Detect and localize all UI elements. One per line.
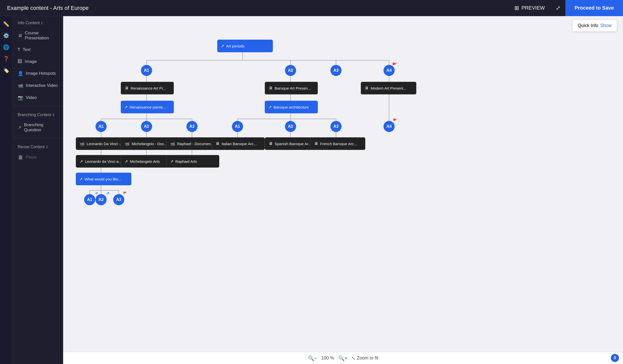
interactive-video-label: Interactive Video bbox=[26, 83, 58, 88]
circle-row3-a2[interactable]: A2 ↺ bbox=[95, 194, 107, 205]
circle-a4-row1[interactable]: A4 🚩 bbox=[384, 65, 395, 76]
circle-row3-a1[interactable]: A1 ↺ bbox=[84, 194, 95, 205]
branching-help-icon: ℹ bbox=[53, 113, 54, 117]
reuse-section: Reuse Content ℹ bbox=[13, 140, 63, 151]
expand-icon: ⤢ bbox=[556, 5, 560, 11]
modern-art-pres-node[interactable]: ↺ 🖥 Modern Art Present... bbox=[361, 82, 416, 94]
sidebar-item-paste: 📋 Paste bbox=[13, 151, 63, 163]
sidebar-divider-2 bbox=[13, 138, 63, 138]
zoom-fit-button[interactable]: ⤡ Zoom to fit bbox=[351, 355, 378, 361]
sidebar-divider-1 bbox=[13, 106, 63, 106]
baroque-art-pres-label: Baroque Art Presen... bbox=[275, 86, 311, 90]
sidebar-item-branching-question[interactable]: ↗ Branching Question bbox=[13, 119, 63, 136]
r3a1-refresh-icon: ↺ bbox=[95, 192, 98, 195]
ren-art-icon: 🖥 bbox=[125, 86, 129, 90]
leo-arts-icon: ↗ bbox=[80, 159, 83, 164]
spanish-arc-node[interactable]: ↺ 🖥 Spanish Baroque Ar... bbox=[265, 137, 318, 150]
sidebar-item-text[interactable]: T Text bbox=[13, 44, 63, 56]
sidebar: Info Content ℹ 🖥 Course Presentation T T… bbox=[13, 16, 63, 364]
what-would-node[interactable]: ↗ What would you like... bbox=[76, 173, 131, 185]
settings-icon[interactable]: ⚙️ bbox=[2, 31, 11, 40]
circle-row3-a3[interactable]: A3 🚩 bbox=[113, 194, 124, 205]
renaissance-art-pres-label: Renaissance Art Pr... bbox=[131, 86, 166, 90]
sidebar-item-image[interactable]: 🖼 Image bbox=[13, 56, 63, 67]
baroque-art-icon: 🖥 bbox=[269, 86, 273, 90]
info-content-section: Info Content ℹ bbox=[13, 16, 63, 27]
sidebar-item-video[interactable]: 📷 Video bbox=[13, 92, 63, 104]
leo-arts-label: Leonardo da Vinci a... bbox=[85, 159, 122, 164]
french-arc-node[interactable]: ↺ 🖥 French Baroque Arc... bbox=[310, 137, 365, 150]
circle-b2[interactable]: A2 bbox=[285, 121, 296, 132]
sidebar-item-interactive-video[interactable]: 📹 Interactive Video bbox=[13, 80, 63, 92]
help-icon[interactable]: ❓ bbox=[2, 54, 11, 64]
mich-arts-label: Michelangelo Arts bbox=[130, 159, 160, 164]
baroque-art-pres-node[interactable]: 🖥 Baroque Art Presen... bbox=[265, 82, 318, 94]
quick-info-show-button[interactable]: Show bbox=[600, 23, 612, 28]
renaissance-art-pres-node[interactable]: 🖥 Renaissance Art Pr... bbox=[121, 82, 174, 94]
italian-arc-node[interactable]: ↺ 🖥 Italian Baroque Arc... bbox=[212, 137, 265, 150]
proceed-to-save-button[interactable]: Proceed to Save bbox=[565, 0, 623, 16]
raph-arts-label: Raphael Arts bbox=[175, 159, 197, 164]
text-icon: T bbox=[18, 47, 20, 52]
art-periods-label: Art periods bbox=[226, 44, 245, 48]
iconbar: ✏️ ⚙️ 🌐 ❓ 🏷️ bbox=[0, 16, 13, 364]
image-icon: 🖼 bbox=[18, 59, 22, 64]
circle-b3[interactable]: A3 bbox=[330, 121, 342, 132]
circle-b1[interactable]: A1 bbox=[232, 121, 243, 132]
spanish-arc-label: Spanish Baroque Ar... bbox=[275, 142, 311, 146]
ren-paint-icon: ↗ bbox=[124, 105, 128, 110]
art-periods-node[interactable]: ↗ Art periods bbox=[217, 40, 273, 52]
text-label: Text bbox=[23, 47, 31, 52]
info-help-icon: ℹ bbox=[41, 21, 42, 25]
spanish-arc-icon: 🖥 bbox=[269, 141, 273, 146]
flow-diagram: ↗ Art periods A1 A2 A3 A4 🚩 🖥 Renaissanc… bbox=[71, 24, 601, 241]
zoom-fit-label: Zoom to fit bbox=[357, 355, 378, 361]
french-arc-icon: 🖥 bbox=[314, 141, 318, 146]
baroque-arch-label: Baroque architecture bbox=[274, 105, 309, 109]
canvas: Quick Info Show bbox=[63, 16, 623, 352]
b4-flag-icon: 🚩 bbox=[393, 118, 397, 122]
mich-doc-node[interactable]: 📹 Michelangelo - Doc... bbox=[121, 137, 174, 150]
circle-a2-row2[interactable]: A2 bbox=[141, 121, 152, 132]
zoom-in-button[interactable]: 🔍+ bbox=[338, 355, 348, 361]
circle-a3-row2[interactable]: A3 bbox=[186, 121, 198, 132]
course-presentation-icon: 🖥 bbox=[18, 33, 22, 38]
r3a3-flag-icon: 🚩 bbox=[123, 192, 127, 195]
bottombar: 🔍− 100 % 🔍+ ⤡ Zoom to fit bbox=[63, 352, 623, 364]
leo-doc-icon: 📹 bbox=[80, 141, 85, 146]
preview-button[interactable]: ⊞ PREVIEW bbox=[508, 5, 551, 11]
renaissance-paint-node[interactable]: ↗ Renaissance painte... bbox=[121, 101, 174, 113]
sidebar-item-course-presentation[interactable]: 🖥 Course Presentation bbox=[13, 27, 63, 44]
tag-icon[interactable]: 🏷️ bbox=[2, 66, 11, 75]
expand-button[interactable]: ⤢ bbox=[551, 5, 565, 11]
what-label: What would you like... bbox=[85, 177, 122, 181]
r3a2-refresh-icon: ↺ bbox=[107, 192, 109, 195]
badge: 0 bbox=[611, 354, 619, 362]
video-icon: 📷 bbox=[18, 95, 23, 100]
baroque-arch-node[interactable]: ↗ Baroque architecture bbox=[265, 101, 318, 113]
baroque-arch-icon: ↗ bbox=[268, 105, 272, 110]
branching-question-icon: ↗ bbox=[18, 125, 21, 130]
modern-art-icon: 🖥 bbox=[365, 86, 369, 90]
circle-a2-row1[interactable]: A2 bbox=[285, 65, 296, 76]
hotspot-icon: 👤 bbox=[18, 71, 23, 76]
translate-icon[interactable]: 🌐 bbox=[2, 42, 11, 52]
edit-icon[interactable]: ✏️ bbox=[2, 19, 11, 29]
app-title: Example content - Arts of Europe bbox=[0, 5, 96, 11]
hotspot-label: Image Hotspots bbox=[26, 71, 56, 76]
leo-doc-label: Leonardo Da Vinci -... bbox=[87, 142, 123, 146]
circle-a1-row1[interactable]: A1 bbox=[141, 65, 152, 76]
sidebar-item-image-hotspots[interactable]: 👤 Image Hotspots bbox=[13, 67, 63, 80]
zoom-out-button[interactable]: 🔍− bbox=[308, 355, 317, 361]
raph-doc-node[interactable]: 📹 Raphael - Documen... ↺ bbox=[166, 137, 219, 150]
zoom-level: 100 % bbox=[321, 355, 334, 361]
circle-b4[interactable]: A4 🚩 bbox=[384, 121, 395, 132]
mich-arts-node[interactable]: ↺ ↗ Michelangelo Arts bbox=[121, 155, 174, 168]
quick-info-panel: Quick Info Show bbox=[572, 20, 617, 32]
circle-a1-row2[interactable]: A1 bbox=[95, 121, 107, 132]
flow-connections bbox=[71, 24, 601, 241]
raph-arts-node[interactable]: ↺ ↗ Raphael Arts bbox=[166, 155, 219, 168]
video-label: Video bbox=[26, 95, 37, 100]
circle-a3-row1[interactable]: A3 bbox=[330, 65, 342, 76]
branching-label: Branching Content bbox=[18, 113, 51, 117]
